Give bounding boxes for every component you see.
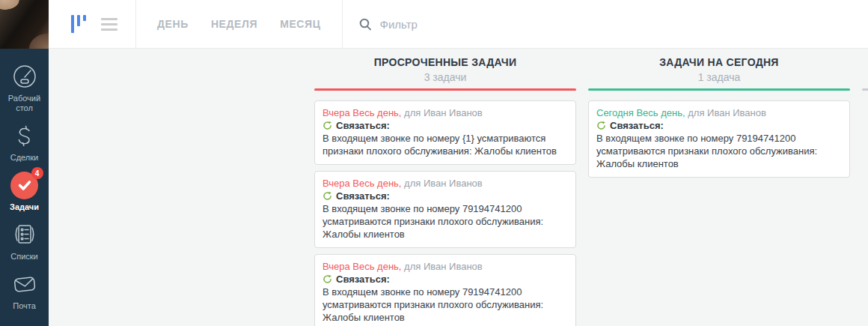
sidebar-item-tasks[interactable]: 4 Задачи [0, 170, 49, 212]
task-assignee: для Иван Иванов [688, 107, 766, 118]
task-assignee: для Иван Иванов [404, 178, 483, 189]
task-type-label: Связаться: [336, 273, 390, 286]
tasks-check-icon: 4 [10, 170, 40, 200]
contact-task-icon [323, 121, 332, 130]
task-card[interactable]: Вчера Весь день, для Иван Иванов Связать… [314, 254, 576, 326]
search-icon [359, 18, 372, 31]
user-photo-avatar[interactable] [0, 0, 49, 49]
task-due-date: Вчера Весь день, [323, 261, 401, 272]
sidebar-item-label: Списки [10, 252, 38, 262]
view-toggles [49, 15, 135, 33]
sidebar-item-deals[interactable]: Сделки [0, 121, 49, 163]
task-meta: Вчера Весь день, для Иван Иванов [323, 177, 568, 190]
column-title: ПРОСРОЧЕННЫЕ ЗАДАЧИ [314, 57, 576, 68]
task-type: Связаться: [323, 273, 568, 286]
dashboard-gauge-icon [10, 61, 40, 91]
task-assignee: для Иван Иванов [404, 261, 483, 272]
lists-icon [10, 220, 40, 250]
task-card[interactable]: Сегодня Весь день, для Иван Иванов Связа… [588, 100, 850, 178]
column-count: 3 задачи [314, 72, 576, 83]
sidebar: Рабочий стол Сделки 4 Зада [0, 49, 49, 326]
task-description: В входящем звонке по номеру 79194741200 … [596, 132, 842, 170]
task-type-label: Связаться: [610, 119, 664, 132]
column-cards: Сегодня Весь день, для Иван Иванов Связа… [588, 100, 850, 178]
sidebar-item-label: Сделки [10, 153, 39, 163]
column-accent-line [588, 88, 850, 91]
column-accent-line [862, 88, 868, 91]
sidebar-item-dashboard[interactable]: Рабочий стол [0, 61, 49, 113]
task-meta: Вчера Весь день, для Иван Иванов [323, 260, 568, 273]
period-tab[interactable]: НЕДЕЛЯ [211, 18, 257, 30]
contact-task-icon [596, 121, 606, 130]
task-due-date: Вчера Весь день, [323, 178, 401, 189]
period-tab[interactable]: ДЕНЬ [157, 18, 189, 30]
period-tab[interactable]: МЕСЯЦ [280, 18, 320, 30]
column-today: ЗАДАЧИ НА СЕГОДНЯ 1 задача Сегодня Весь … [588, 49, 850, 326]
task-board: ПРОСРОЧЕННЫЕ ЗАДАЧИ 3 задачи Вчера Весь … [49, 49, 868, 326]
column-next-partial [862, 49, 868, 326]
column-cards: Вчера Весь день, для Иван Иванов Связать… [314, 100, 576, 326]
sidebar-item-mail[interactable]: Почта [0, 269, 49, 311]
task-description: В входящем звонке по номеру 79194741200 … [323, 202, 568, 241]
filter-bar [343, 17, 868, 31]
app-window: ДЕНЬ НЕДЕЛЯ МЕСЯЦ Ра [0, 0, 868, 326]
deals-dollar-icon [10, 121, 40, 151]
sidebar-item-lists[interactable]: Списки [0, 220, 49, 262]
task-assignee: для Иван Иванов [404, 107, 483, 118]
task-description: В входящем звонке по номеру {1} усматрив… [323, 132, 568, 157]
task-type-label: Связаться: [336, 119, 390, 132]
column-overdue: ПРОСРОЧЕННЫЕ ЗАДАЧИ 3 задачи Вчера Весь … [314, 49, 576, 326]
column-accent-line [314, 88, 576, 91]
topbar: ДЕНЬ НЕДЕЛЯ МЕСЯЦ [49, 0, 868, 49]
task-type: Связаться: [323, 119, 568, 132]
tasks-count-badge: 4 [31, 167, 43, 179]
list-view-icon[interactable] [101, 18, 117, 31]
filter-input[interactable] [379, 17, 846, 31]
task-description: В входящем звонке по номеру 79194741200 … [323, 286, 568, 324]
task-meta: Сегодня Весь день, для Иван Иванов [596, 106, 842, 119]
task-type-label: Связаться: [336, 190, 390, 202]
contact-task-icon [323, 274, 332, 284]
period-tabs: ДЕНЬ НЕДЕЛЯ МЕСЯЦ [136, 18, 342, 30]
task-due-date: Вчера Весь день, [323, 107, 401, 118]
contact-task-icon [323, 191, 332, 201]
task-card[interactable]: Вчера Весь день, для Иван Иванов Связать… [314, 171, 576, 248]
sidebar-item-label: Задачи [10, 202, 39, 212]
task-type: Связаться: [323, 190, 568, 202]
task-meta: Вчера Весь день, для Иван Иванов [323, 106, 568, 119]
column-count: 1 задача [588, 72, 850, 83]
column-title: ЗАДАЧИ НА СЕГОДНЯ [588, 57, 850, 68]
sidebar-item-label: Рабочий стол [2, 94, 47, 113]
board-columns: ПРОСРОЧЕННЫЕ ЗАДАЧИ 3 задачи Вчера Весь … [49, 49, 868, 326]
sidebar-item-label: Почта [13, 301, 36, 311]
mail-icon [10, 269, 40, 299]
task-due-date: Сегодня Весь день, [596, 107, 685, 118]
task-type: Связаться: [596, 119, 842, 132]
task-card[interactable]: Вчера Весь день, для Иван Иванов Связать… [314, 100, 576, 165]
kanban-view-icon[interactable] [71, 15, 86, 33]
